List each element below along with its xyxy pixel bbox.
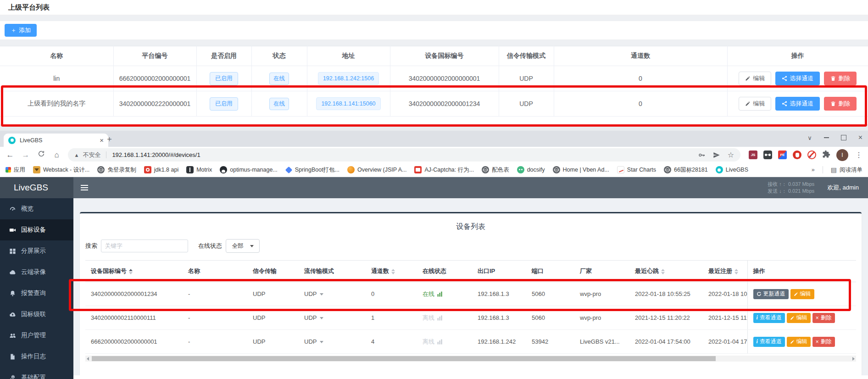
browser-tab-livegbs[interactable]: LiveGBS × — [4, 134, 108, 147]
bookmark-item[interactable]: 配色表 — [482, 166, 509, 174]
edit-button[interactable]: 编辑 — [787, 313, 811, 323]
sidebar-item-cloud-record[interactable]: 云端录像 — [0, 262, 73, 283]
cell-registered: 2022-01-04 17:53 — [703, 330, 747, 354]
maximize-icon[interactable] — [841, 135, 846, 140]
url-text[interactable]: 192.168.1.141:20000/#/devices/1 — [112, 151, 200, 158]
bookmarks-overflow-chevron[interactable]: » — [812, 167, 815, 173]
new-tab-button[interactable]: ＋ — [106, 134, 113, 144]
browser-toolbar: ← → ⌂ ▲ 不安全 192.168.1.141:20000/#/device… — [0, 147, 868, 163]
bookmark-item[interactable]: jdk1.8 api — [144, 166, 179, 173]
minimize-icon[interactable] — [824, 137, 829, 138]
sort-icon[interactable] — [734, 269, 738, 274]
update-channels-button[interactable]: 更新通道 — [753, 289, 789, 299]
edit-button[interactable]: 编辑 — [790, 289, 814, 299]
select-channel-button[interactable]: 选择通道 — [775, 97, 820, 111]
bookmark-item[interactable]: 免登录复制 — [97, 166, 136, 174]
delete-button[interactable]: × 删除 — [812, 337, 835, 347]
delete-button[interactable]: × 删除 — [812, 313, 835, 323]
close-window-icon[interactable]: × — [858, 134, 862, 142]
forward-icon[interactable]: → — [21, 150, 30, 160]
browser-menu-icon[interactable]: ⋮ — [855, 150, 862, 159]
extensions-puzzle-icon[interactable] — [822, 150, 830, 160]
online-status[interactable]: 在线 — [423, 290, 443, 298]
sort-icon[interactable] — [661, 269, 665, 274]
tab-search-chevron-icon[interactable]: ∨ — [807, 134, 812, 141]
sort-icon[interactable] — [129, 269, 133, 274]
bookmark-item[interactable]: 66国标28181 — [664, 166, 708, 174]
status-badge: 在线 — [269, 98, 289, 110]
app-logo[interactable]: LiveGBS — [0, 177, 73, 198]
scrollbar-thumb[interactable] — [92, 356, 716, 361]
bookmark-item[interactable]: Webstack - 设计... — [33, 166, 89, 174]
back-icon[interactable]: ← — [6, 150, 15, 160]
extension-blocker-icon[interactable] — [807, 150, 816, 159]
view-channels-button[interactable]: i 查看通道 — [753, 313, 785, 323]
bookmark-item[interactable]: SpringBoot打包... — [285, 166, 339, 174]
pencil-icon — [745, 76, 751, 81]
cell-registered: 2022-01-18 10:54 — [703, 282, 747, 306]
reading-list-button[interactable]: ▤阅读清单 — [831, 166, 862, 174]
extension-glasses-icon[interactable] — [763, 150, 772, 159]
edit-button[interactable]: 编辑 — [787, 337, 811, 347]
bookmark-item[interactable]: Motrix — [186, 166, 212, 173]
bookmark-item[interactable]: Home | Vben Ad... — [553, 166, 609, 173]
address-bar[interactable]: ▲ 不安全 192.168.1.141:20000/#/devices/1 ☆ — [68, 148, 741, 162]
online-status-label: 在线状态 — [198, 242, 222, 250]
key-icon[interactable] — [698, 151, 706, 159]
edit-button[interactable]: 编辑 — [739, 97, 771, 111]
bookmark-star-icon[interactable]: ☆ — [728, 150, 734, 159]
col-heartbeat[interactable]: 最近心跳 — [629, 261, 703, 282]
sidebar-item-gb-devices[interactable]: 国标设备 — [0, 219, 73, 240]
security-warning-icon[interactable]: ▲ — [74, 152, 79, 158]
stream-mode-dropdown[interactable]: UDP — [304, 338, 323, 345]
delete-button[interactable]: 删除 — [824, 97, 857, 111]
scroll-right-arrow-icon[interactable] — [852, 357, 855, 361]
welcome-user[interactable]: 欢迎, admin — [827, 184, 859, 192]
bookmark-item[interactable]: Star Charts — [617, 166, 656, 173]
view-channels-button[interactable]: i 查看通道 — [753, 337, 785, 347]
extension-fe-icon[interactable]: FE — [778, 150, 787, 159]
device-row: 66620000002000000001 - UDP UDP 4 离线 192.… — [85, 330, 856, 354]
sidebar-item-gb-cascade[interactable]: 国标级联 — [0, 304, 73, 325]
apps-shortcut[interactable]: 应用 — [6, 166, 25, 174]
extension-js-icon[interactable]: JS — [749, 150, 757, 159]
bookmark-item[interactable]: LiveGBS — [716, 166, 748, 173]
col-name: 名称 — [0, 46, 113, 66]
horizontal-scrollbar[interactable] — [85, 356, 856, 362]
scroll-left-arrow-icon[interactable] — [87, 357, 89, 361]
search-input[interactable] — [101, 240, 188, 252]
tab-close-icon[interactable]: × — [100, 136, 104, 144]
cell-gb-id: 66620000002000000001 — [85, 330, 183, 354]
bookmark-item[interactable]: docsify — [517, 166, 545, 173]
extension-adblock-hand-icon[interactable] — [793, 150, 801, 159]
bookmark-item[interactable]: Overview (JSIP A... — [347, 166, 406, 173]
stream-mode-dropdown[interactable]: UDP — [304, 290, 323, 297]
delete-button[interactable]: 删除 — [824, 72, 857, 85]
sidebar-item-user-management[interactable]: 用户管理 — [0, 325, 73, 346]
refresh-icon[interactable] — [37, 150, 46, 160]
add-button[interactable]: ＋ 添加 — [5, 24, 37, 37]
col-registered[interactable]: 最近注册 — [703, 261, 747, 282]
online-status-select[interactable]: 全部 — [226, 239, 260, 253]
bookmark-item[interactable]: AJ-Captcha: 行为... — [414, 166, 474, 174]
edit-button[interactable]: 编辑 — [739, 72, 771, 85]
sidebar-toggle-icon[interactable] — [81, 185, 88, 190]
col-gb-id[interactable]: 设备国标编号 — [85, 261, 183, 282]
profile-avatar[interactable]: I — [836, 149, 848, 161]
sidebar-item-overview[interactable]: 概览 — [0, 198, 73, 219]
document-icon — [9, 353, 16, 360]
sidebar-item-basic-config[interactable]: 基础配置 — [0, 367, 73, 379]
bookmark-item[interactable]: optimus-manage... — [220, 166, 278, 173]
stream-mode-dropdown[interactable]: UDP — [304, 314, 323, 321]
sidebar-item-operation-logs[interactable]: 操作日志 — [0, 346, 73, 367]
select-channel-button[interactable]: 选择通道 — [775, 72, 820, 85]
sidebar-item-alarm-query[interactable]: 报警查询 — [0, 283, 73, 304]
sidebar-item-split-screen[interactable]: 分屏展示 — [0, 240, 73, 262]
cloud-upload-icon — [9, 311, 16, 318]
divider — [106, 151, 106, 158]
cell-platform-id: 66620000002000000001 — [113, 66, 196, 91]
sort-icon[interactable] — [391, 269, 395, 274]
home-icon[interactable]: ⌂ — [52, 150, 61, 160]
send-icon[interactable] — [713, 151, 720, 159]
col-channels[interactable]: 通道数 — [366, 261, 417, 282]
